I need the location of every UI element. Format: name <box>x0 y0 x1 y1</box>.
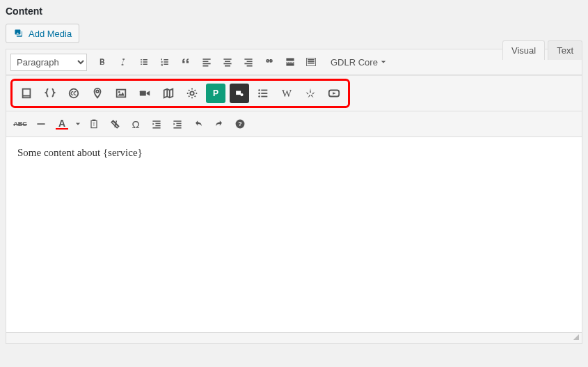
bold-button[interactable] <box>93 52 112 72</box>
italic-button[interactable] <box>113 52 133 72</box>
special-character-button[interactable]: Ω <box>126 114 145 134</box>
toolbar-toggle-button[interactable] <box>301 52 321 72</box>
paragraph-select[interactable]: Paragraph <box>10 54 87 71</box>
clear-formatting-button[interactable] <box>105 114 125 134</box>
svg-point-13 <box>258 93 260 95</box>
help-button[interactable]: ? <box>230 114 250 134</box>
curly-braces-icon[interactable] <box>40 84 60 103</box>
paste-text-button[interactable]: T <box>84 114 104 134</box>
editor-wrap: Add Media Visual Text Paragraph GDLR Cor… <box>6 24 582 344</box>
image-icon[interactable] <box>111 84 131 103</box>
bullet-list-button[interactable] <box>134 52 154 72</box>
related-content-icon[interactable] <box>230 84 249 103</box>
youtube-icon[interactable] <box>324 84 344 103</box>
undo-button[interactable] <box>189 114 208 134</box>
creative-commons-icon[interactable] <box>64 84 84 103</box>
align-center-button[interactable] <box>218 52 237 72</box>
add-media-label: Add Media <box>29 29 72 39</box>
map-pin-icon[interactable] <box>88 84 107 103</box>
add-media-button[interactable]: Add Media <box>6 24 79 43</box>
svg-rect-14 <box>261 93 267 94</box>
editor-tabs: Visual Text <box>502 40 582 60</box>
numbered-list-button[interactable] <box>155 52 175 72</box>
svg-point-4 <box>96 91 99 93</box>
svg-rect-7 <box>140 91 146 95</box>
align-right-button[interactable] <box>239 52 258 72</box>
map-icon[interactable] <box>159 84 178 103</box>
strikethrough-button[interactable]: ABC <box>10 114 30 134</box>
svg-point-15 <box>258 95 260 97</box>
redo-button[interactable] <box>209 114 229 134</box>
tab-visual[interactable]: Visual <box>502 40 545 60</box>
outdent-button[interactable] <box>147 114 166 134</box>
section-heading: Content <box>6 6 582 17</box>
weather-icon[interactable] <box>182 84 202 103</box>
svg-rect-20 <box>93 120 96 121</box>
toolbar-row-2: P W <box>6 75 582 111</box>
svg-rect-16 <box>261 96 267 97</box>
list-icon[interactable] <box>253 84 273 103</box>
blockquote-button[interactable] <box>176 52 196 72</box>
align-left-button[interactable] <box>197 52 216 72</box>
text-color-button[interactable]: A <box>52 114 72 134</box>
chevron-down-icon <box>75 121 81 127</box>
svg-point-8 <box>190 91 193 95</box>
svg-rect-5 <box>117 90 126 97</box>
svg-rect-18 <box>37 123 45 125</box>
highlighted-toolbar-group: P W <box>10 79 350 108</box>
editor-container: Paragraph GDLR Core <box>6 49 582 344</box>
media-icon <box>13 28 24 39</box>
svg-point-6 <box>118 91 120 93</box>
svg-text:T: T <box>93 122 95 127</box>
gdlr-core-dropdown[interactable]: GDLR Core <box>331 57 386 68</box>
svg-text:?: ? <box>238 120 241 127</box>
svg-rect-12 <box>261 90 267 91</box>
content-editable-area[interactable]: Some content about {service} <box>6 137 582 332</box>
resize-handle[interactable] <box>6 332 582 343</box>
tab-text[interactable]: Text <box>548 40 582 60</box>
read-more-button[interactable] <box>280 52 300 72</box>
box-icon[interactable] <box>17 84 36 103</box>
svg-rect-9 <box>236 91 241 95</box>
pexels-icon[interactable]: P <box>206 84 225 103</box>
toolbar-row-3: ABC A T Ω ? <box>6 111 582 137</box>
yelp-icon[interactable] <box>301 84 320 103</box>
svg-point-10 <box>240 93 243 96</box>
svg-point-11 <box>258 89 260 91</box>
chevron-down-icon <box>381 59 386 65</box>
wikipedia-icon[interactable]: W <box>277 84 296 103</box>
horizontal-rule-button[interactable] <box>31 114 51 134</box>
video-icon[interactable] <box>135 84 154 103</box>
link-button[interactable] <box>260 52 279 72</box>
text-color-dropdown[interactable] <box>73 114 83 134</box>
indent-button[interactable] <box>168 114 187 134</box>
toolbar-row-1: Paragraph GDLR Core <box>6 49 582 75</box>
